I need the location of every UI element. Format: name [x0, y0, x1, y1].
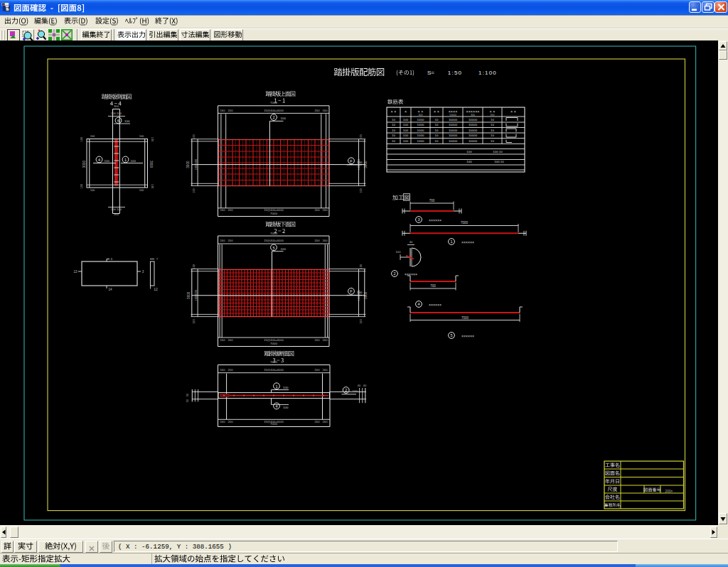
svg-text:×: ×: [405, 109, 407, 114]
svg-text:100: 100: [466, 150, 472, 153]
svg-text:7000: 7000: [270, 422, 277, 426]
svg-text:F: F: [350, 159, 353, 163]
svg-text:3000: 3000: [82, 160, 86, 168]
svg-text:100: 100: [193, 134, 196, 139]
svg-text:200: 200: [315, 109, 321, 112]
svg-text:300: 300: [419, 114, 423, 117]
svg-text:14: 14: [108, 288, 112, 291]
svg-text:200×: 200×: [665, 490, 673, 493]
svg-text:300: 300: [471, 114, 475, 117]
svg-text:160: 160: [323, 208, 328, 212]
svg-text:40: 40: [358, 384, 361, 387]
svg-text:10000: 10000: [449, 118, 458, 122]
svg-text:40: 40: [363, 384, 367, 387]
svg-text:10: 10: [392, 134, 395, 137]
svg-text:1000: 1000: [417, 134, 424, 137]
svg-text:160: 160: [323, 420, 328, 423]
svg-text:10000: 10000: [449, 114, 456, 117]
svg-text:10: 10: [491, 118, 494, 122]
svg-text:3000: 3000: [364, 161, 368, 168]
svg-text:100: 100: [193, 264, 196, 269]
svg-text:100: 100: [360, 134, 363, 139]
svg-text:15@400=6000: 15@400=6000: [264, 338, 284, 342]
svg-text:100: 100: [90, 188, 95, 192]
svg-text:10000: 10000: [469, 118, 478, 122]
svg-text:100: 100: [139, 188, 144, 192]
svg-text:××××××: ××××××: [429, 218, 441, 222]
svg-text:200: 200: [315, 368, 321, 372]
svg-text:50: 50: [186, 399, 189, 402]
svg-text:50: 50: [186, 393, 189, 396]
svg-text:100 10: 100 10: [494, 160, 504, 163]
svg-text:7000: 7000: [270, 360, 277, 364]
svg-text:160: 160: [220, 368, 226, 372]
svg-text:2: 2: [345, 388, 347, 392]
svg-text:10000: 10000: [469, 134, 478, 137]
svg-text:300: 300: [114, 212, 119, 216]
svg-text:15@400=6000: 15@400=6000: [264, 239, 284, 242]
svg-text:100: 100: [403, 118, 409, 122]
svg-text:××××××: ××××××: [405, 272, 417, 276]
svg-text:100: 100: [139, 134, 144, 138]
svg-text:1000: 1000: [417, 118, 424, 122]
svg-text:700: 700: [430, 284, 436, 288]
svg-text:100: 100: [396, 250, 402, 254]
svg-text:100: 100: [357, 161, 363, 164]
svg-text:100: 100: [193, 188, 196, 193]
svg-text:10: 10: [435, 139, 439, 143]
svg-text:10: 10: [435, 129, 439, 132]
svg-text:3000: 3000: [364, 291, 368, 299]
svg-text:300: 300: [491, 114, 495, 117]
svg-text:10000: 10000: [449, 134, 458, 137]
svg-text:××××××: ××××××: [461, 334, 474, 338]
svg-text:10: 10: [435, 118, 439, 122]
svg-text:100: 100: [466, 160, 472, 163]
svg-text:40: 40: [410, 240, 413, 244]
svg-text:5: 5: [450, 333, 452, 338]
svg-text:160: 160: [220, 109, 226, 112]
svg-text:100: 100: [403, 129, 409, 132]
svg-text:××××: ××××: [449, 109, 458, 114]
svg-text:100: 100: [281, 247, 287, 251]
svg-text:10: 10: [491, 134, 494, 137]
svg-text:160: 160: [220, 420, 226, 423]
svg-text:160: 160: [323, 109, 328, 112]
svg-text:100: 100: [80, 136, 83, 141]
svg-text:160: 160: [323, 368, 328, 372]
svg-text:200: 200: [228, 109, 234, 112]
svg-text:160: 160: [220, 338, 226, 342]
svg-text:4: 4: [98, 158, 100, 162]
svg-text:10: 10: [392, 118, 395, 122]
svg-text:10000: 10000: [449, 129, 458, 132]
svg-text:100: 100: [283, 406, 289, 409]
svg-text:4: 4: [417, 302, 419, 306]
svg-text:7: 7: [156, 257, 159, 261]
svg-text:100: 100: [360, 319, 363, 323]
svg-text:7000: 7000: [270, 342, 277, 345]
svg-text:1: 1: [450, 239, 452, 244]
svg-text:10000: 10000: [449, 123, 458, 126]
svg-text:3000: 3000: [187, 291, 191, 299]
svg-text:12: 12: [154, 287, 158, 291]
svg-text:× ×: × ×: [418, 109, 424, 114]
svg-text:2: 2: [272, 115, 274, 119]
svg-text:× ×: × ×: [510, 109, 516, 114]
svg-text:7000: 7000: [270, 232, 277, 235]
svg-text:1000: 1000: [417, 139, 424, 143]
svg-text:1000: 1000: [417, 129, 424, 132]
svg-text:1:100: 1:100: [478, 70, 497, 76]
svg-text:( X : -6.1259, Y : 388.1655 ): ( X : -6.1259, Y : 388.1655 ): [118, 543, 232, 551]
svg-text:××××××: ××××××: [429, 303, 441, 307]
svg-text:10000: 10000: [469, 139, 478, 143]
svg-text:160: 160: [220, 208, 226, 212]
svg-text:1:50: 1:50: [448, 70, 462, 76]
svg-text:100: 100: [90, 134, 95, 138]
svg-text:7000: 7000: [461, 316, 469, 320]
svg-text:100: 100: [353, 389, 358, 393]
svg-text:200: 200: [228, 338, 234, 342]
svg-text:700: 700: [429, 199, 435, 202]
svg-text:13: 13: [73, 270, 77, 274]
svg-text:100: 100: [283, 386, 289, 389]
svg-text:7000: 7000: [270, 212, 277, 215]
svg-text:10: 10: [392, 139, 395, 143]
